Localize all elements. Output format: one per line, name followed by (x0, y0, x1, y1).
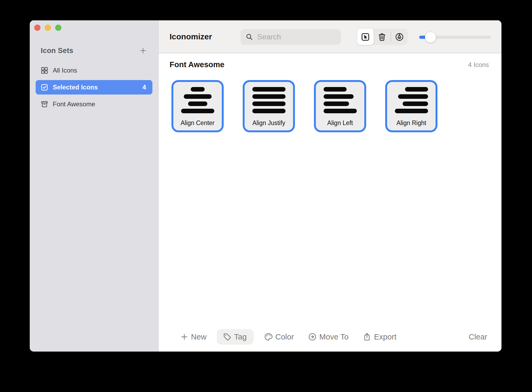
sidebar-header: Icon Sets (41, 46, 148, 55)
new-button-label: New (191, 333, 207, 341)
sidebar-item-selected-icons[interactable]: Selected Icons 4 (36, 80, 152, 95)
action-bar: New Tag (159, 324, 501, 352)
move-to-button-label: Move To (319, 333, 349, 341)
sidebar-title: Icon Sets (41, 47, 73, 55)
select-tool-button[interactable] (357, 29, 374, 45)
icon-card-label: Align Left (327, 119, 353, 127)
minimize-button[interactable] (45, 25, 51, 31)
search-input[interactable] (257, 32, 337, 42)
icon-card-align-justify[interactable]: Align Justify (243, 80, 295, 132)
plus-icon (139, 47, 147, 55)
section-icon-count: 4 Icons (468, 61, 489, 69)
window-controls (34, 25, 61, 31)
move-to-button[interactable]: Move To (304, 330, 352, 344)
tag-button-label: Tag (234, 333, 247, 341)
app-window: Icon Sets All I (30, 20, 501, 352)
content-area: Iconomizer (159, 20, 501, 352)
pen-circle-icon (395, 32, 404, 42)
delete-tool-button[interactable] (374, 29, 390, 45)
align-right-icon (395, 87, 428, 113)
sidebar-item-label: Font Awesome (53, 100, 95, 108)
search-icon (245, 33, 253, 41)
align-left-icon (324, 87, 357, 113)
color-button-label: Color (275, 333, 294, 341)
export-button-label: Export (374, 333, 396, 341)
sidebar: Icon Sets All I (30, 20, 159, 352)
clear-button[interactable]: Clear (467, 332, 489, 342)
add-icon-set-button[interactable] (138, 46, 148, 55)
export-button[interactable]: Export (359, 330, 400, 344)
icon-cards: Align Center Align Justify Align Left (171, 80, 489, 132)
tag-icon (223, 332, 232, 341)
icon-card-label: Align Justify (252, 119, 285, 127)
sidebar-item-all-icons[interactable]: All Icons (36, 63, 152, 78)
new-button[interactable]: New (176, 330, 210, 344)
trash-icon (377, 32, 387, 42)
icon-sets-list: All Icons Selected Icons 4 (36, 63, 152, 111)
grid-icon (40, 66, 48, 74)
search-field[interactable] (241, 29, 341, 45)
arrow-right-circle-icon (308, 332, 317, 341)
icon-card-align-right[interactable]: Align Right (385, 80, 437, 132)
palette-icon (264, 332, 273, 341)
close-button[interactable] (34, 25, 40, 31)
checkbox-icon (40, 83, 48, 91)
pen-tool-button[interactable] (391, 29, 408, 45)
archive-box-icon (40, 100, 48, 108)
cursor-select-icon (361, 32, 370, 42)
sidebar-item-font-awesome[interactable]: Font Awesome (36, 97, 152, 111)
slider-thumb[interactable] (425, 32, 436, 43)
app-title: Iconomizer (170, 32, 212, 41)
selected-count-badge: 4 (143, 84, 146, 91)
zoom-button[interactable] (55, 25, 61, 31)
toolbar: Iconomizer (159, 20, 501, 53)
zoom-slider[interactable] (419, 36, 491, 39)
align-center-icon (181, 87, 214, 113)
icon-grid-area: Font Awesome 4 Icons Align Center Align … (159, 53, 501, 352)
icon-card-align-center[interactable]: Align Center (171, 80, 224, 132)
icon-card-align-left[interactable]: Align Left (314, 80, 366, 132)
sidebar-item-label: Selected Icons (53, 84, 98, 91)
tool-segmented-control (357, 29, 408, 45)
icon-card-label: Align Right (396, 119, 426, 127)
align-justify-icon (252, 87, 286, 113)
sidebar-item-label: All Icons (53, 67, 77, 74)
plus-icon (180, 333, 189, 341)
share-icon (362, 332, 372, 341)
icon-card-label: Align Center (181, 119, 215, 127)
tag-button[interactable]: Tag (217, 329, 254, 345)
color-button[interactable]: Color (260, 330, 298, 344)
section-title: Font Awesome (170, 60, 224, 69)
section-header: Font Awesome 4 Icons (170, 60, 489, 69)
